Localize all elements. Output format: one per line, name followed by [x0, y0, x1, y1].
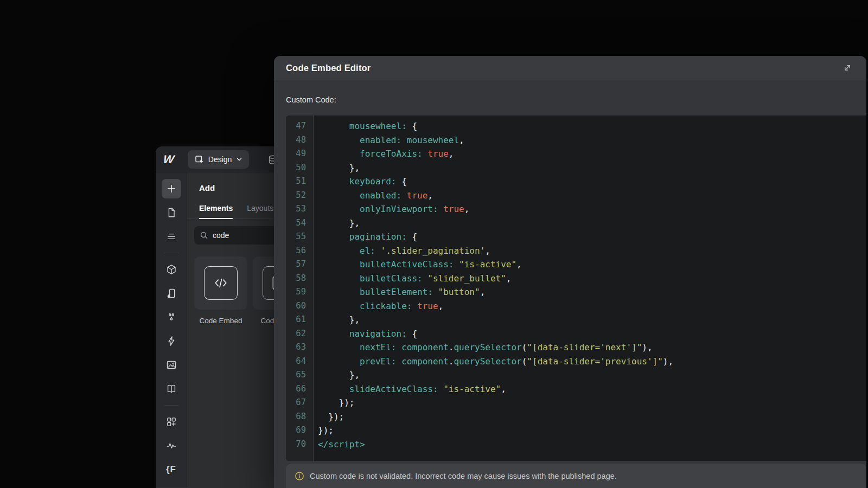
code-line: keyboard: { — [318, 175, 866, 189]
webflow-logo-icon[interactable]: W — [162, 153, 174, 166]
line-number: 57 — [286, 258, 313, 272]
line-number: 64 — [286, 355, 313, 369]
line-number: 67 — [286, 396, 313, 410]
line-number: 53 — [286, 202, 313, 216]
design-mode-icon — [194, 155, 204, 164]
line-number: 49 — [286, 147, 313, 161]
code-line: }, — [318, 368, 866, 382]
line-number: 56 — [286, 244, 313, 258]
left-toolbar: {F — [156, 172, 187, 487]
assets-icon — [165, 359, 177, 371]
sidebar-item-components[interactable] — [162, 260, 181, 279]
apps-icon — [165, 416, 177, 428]
line-number: 52 — [286, 189, 313, 203]
editor-gutter: 4748495051525354555657585960616263646566… — [286, 115, 314, 461]
code-embed-label: Code Embed — [200, 317, 242, 325]
sidebar-item-variables[interactable] — [162, 307, 181, 327]
code-line: pagination: { — [318, 230, 866, 244]
code-line: nextEl: component.querySelector("[data-s… — [318, 341, 866, 355]
editor-code: mousewheel: { enabled: mousewheel, force… — [314, 115, 866, 461]
code-line: navigation: { — [318, 327, 866, 341]
line-number: 61 — [286, 313, 313, 327]
code-line: mousewheel: { — [318, 119, 866, 133]
sidebar-item-audit[interactable] — [162, 436, 181, 455]
modal-title: Code Embed Editor — [286, 63, 371, 73]
line-number: 48 — [286, 133, 313, 147]
line-number: 58 — [286, 272, 313, 286]
code-line: }, — [318, 216, 866, 230]
design-mode-label: Design — [208, 155, 232, 164]
sidebar-item-add[interactable] — [162, 179, 181, 198]
code-line: el: '.slider_pagination', — [318, 244, 866, 258]
validation-warning-text: Custom code is not validated. Incorrect … — [310, 472, 617, 480]
code-line: onlyInViewport: true, — [318, 202, 866, 216]
code-line: prevEl: component.querySelector("[data-s… — [318, 355, 866, 369]
line-number: 51 — [286, 175, 313, 189]
line-number: 63 — [286, 341, 313, 355]
code-line: forceToAxis: true, — [318, 147, 866, 161]
code-line: }); — [318, 396, 866, 410]
sidebar-item-finsweet[interactable]: {F — [162, 460, 181, 479]
design-mode-button[interactable]: Design — [188, 150, 250, 169]
code-line: }); — [318, 423, 866, 438]
sidebar-item-guides[interactable] — [162, 379, 181, 399]
navigator-icon — [165, 230, 177, 242]
guides-icon — [165, 383, 177, 395]
code-line: slideActiveClass: "is-active", — [318, 382, 866, 396]
sidebar-item-assets[interactable] — [162, 355, 181, 375]
add-icon — [165, 183, 177, 195]
line-number: 59 — [286, 285, 313, 299]
line-number: 47 — [286, 119, 313, 133]
element-card-code-embed[interactable]: Code Embed — [194, 256, 247, 325]
sidebar-item-interactions[interactable] — [162, 331, 181, 351]
tab-layouts[interactable]: Layouts — [247, 204, 273, 219]
code-line: }, — [318, 313, 866, 327]
search-icon — [200, 231, 208, 240]
validation-warning-bar: Custom code is not validated. Incorrect … — [286, 464, 866, 488]
code-editor[interactable]: 4748495051525354555657585960616263646566… — [286, 115, 866, 461]
line-number: 70 — [286, 438, 313, 452]
tab-elements[interactable]: Elements — [199, 204, 233, 219]
code-embed-icon — [204, 266, 238, 300]
code-line: enabled: mousewheel, — [318, 133, 866, 147]
line-number: 54 — [286, 216, 313, 230]
expand-icon[interactable] — [843, 63, 852, 73]
code-line: bulletClass: "slider_bullet", — [318, 272, 866, 286]
sidebar-item-apps[interactable] — [162, 412, 181, 432]
audit-icon — [165, 440, 177, 452]
modal-header: Code Embed Editor — [274, 56, 866, 80]
toolbar-divider — [164, 253, 178, 253]
code-line: bulletActiveClass: "is-active", — [318, 258, 866, 272]
line-number: 69 — [286, 423, 313, 438]
code-line: bulletElement: "button", — [318, 285, 866, 299]
components-icon — [165, 264, 177, 275]
finsweet-icon: {F — [166, 464, 176, 475]
line-number: 68 — [286, 410, 313, 424]
line-number: 62 — [286, 327, 313, 341]
code-line: }, — [318, 161, 866, 175]
code-embed-editor-modal: Code Embed Editor Custom Code: 474849505… — [274, 56, 866, 488]
interactions-icon — [165, 335, 177, 347]
sidebar-item-libraries[interactable] — [162, 284, 181, 303]
code-line: }); — [318, 410, 866, 424]
pages-icon — [165, 207, 177, 219]
code-line: </script> — [318, 438, 866, 452]
line-number: 60 — [286, 299, 313, 313]
info-icon — [295, 471, 304, 481]
code-line: clickable: true, — [318, 299, 866, 313]
sidebar-item-pages[interactable] — [162, 203, 181, 222]
variables-icon — [165, 311, 177, 323]
code-line: enabled: true, — [318, 189, 866, 203]
line-number: 66 — [286, 382, 313, 396]
chevron-down-icon — [236, 156, 242, 163]
custom-code-label: Custom Code: — [286, 95, 866, 106]
toolbar-divider — [164, 405, 178, 406]
line-number: 55 — [286, 230, 313, 244]
libraries-icon — [165, 287, 177, 299]
line-number: 65 — [286, 368, 313, 382]
code-embed-tile — [194, 256, 247, 310]
sidebar-item-navigator[interactable] — [162, 227, 181, 246]
line-number: 50 — [286, 161, 313, 175]
